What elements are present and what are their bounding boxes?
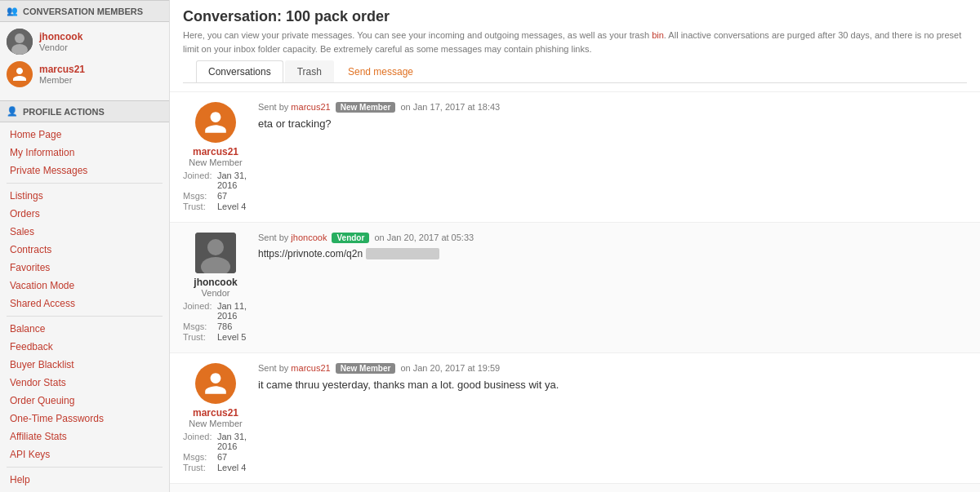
message-block: marcus21 New Member Joined:Jan 31, 2016 …: [170, 353, 980, 484]
sender-name[interactable]: marcus21: [291, 102, 330, 112]
member-item: marcus21 Member: [7, 61, 163, 87]
message-content: Sent by marcus21 New Member on Jan 17, 2…: [258, 102, 967, 212]
member-list: jhoncook Vendor marcus21 Member: [0, 22, 169, 100]
nav-shared-access[interactable]: Shared Access: [0, 295, 169, 312]
nav-favorites[interactable]: Favorites: [0, 259, 169, 277]
member-role: Vendor: [39, 42, 82, 52]
nav-contracts[interactable]: Contracts: [0, 241, 169, 259]
member-info: jhoncook Vendor: [39, 31, 82, 52]
conversation-members-header: 👥 CONVERSATION MEMBERS: [0, 0, 169, 22]
nav-affiliate-stats[interactable]: Affiliate Stats: [0, 428, 169, 445]
message-meta: Sent by marcus21 New Member on Jan 17, 2…: [258, 102, 967, 113]
profile-actions-header: 👤 PROFILE ACTIONS: [0, 100, 169, 122]
nav-home-page[interactable]: Home Page: [0, 126, 169, 144]
status-badge: New Member: [336, 363, 396, 374]
nav-api-keys[interactable]: API Keys: [0, 445, 169, 463]
message-text: https://privnote.com/q2n: [258, 248, 967, 259]
message-meta: Sent by jhoncook Vendor on Jan 20, 2017 …: [258, 233, 967, 243]
nav-balance[interactable]: Balance: [0, 320, 169, 338]
nav-private-messages[interactable]: Private Messages: [0, 162, 169, 180]
nav-one-time-passwords[interactable]: One-Time Passwords: [0, 410, 169, 428]
msg-user-details: Joined:Jan 31, 2016 Msgs:67 Trust:Level …: [183, 432, 248, 472]
messages-area: marcus21 New Member Joined:Jan 31, 2016 …: [170, 92, 980, 492]
message-meta: Sent by marcus21 New Member on Jan 20, 2…: [258, 363, 967, 374]
member-name[interactable]: jhoncook: [39, 31, 82, 42]
page-title: Conversation: 100 pack order: [183, 8, 967, 25]
main-header: Conversation: 100 pack order Here, you c…: [170, 0, 980, 92]
tabs: Conversations Trash Send message: [183, 60, 967, 83]
msg-user-details: Joined:Jan 31, 2016 Msgs:67 Trust:Level …: [183, 171, 248, 211]
status-badge: Vendor: [332, 233, 369, 243]
nav-listings[interactable]: Listings: [0, 187, 169, 205]
main-content: Conversation: 100 pack order Here, you c…: [170, 0, 980, 492]
nav-feedback[interactable]: Feedback: [0, 338, 169, 356]
sidebar: 👥 CONVERSATION MEMBERS jhoncook Vendor: [0, 0, 170, 492]
message-content: Sent by marcus21 New Member on Jan 20, 2…: [258, 363, 967, 473]
nav-vacation-mode[interactable]: Vacation Mode: [0, 277, 169, 295]
nav-orders[interactable]: Orders: [0, 205, 169, 223]
members-icon: 👥: [7, 6, 18, 16]
msg-user-role: New Member: [183, 419, 248, 428]
privnote-opened-block: i have opened and destroyed this note th…: [170, 484, 980, 492]
msg-username[interactable]: marcus21: [183, 407, 248, 419]
svg-point-1: [15, 33, 24, 43]
message-avatar: jhoncook Vendor Joined:Jan 11, 2016 Msgs…: [183, 233, 248, 343]
tab-trash[interactable]: Trash: [285, 60, 334, 82]
member-role: Member: [39, 75, 85, 85]
privnote-link: https://privnote.com/q2n: [258, 248, 967, 259]
nav-help[interactable]: Help: [0, 471, 169, 489]
profile-icon: 👤: [7, 106, 18, 117]
tab-conversations[interactable]: Conversations: [196, 60, 283, 82]
nav-buyer-blacklist[interactable]: Buyer Blacklist: [0, 356, 169, 374]
member-item: jhoncook Vendor: [7, 29, 163, 55]
nav-my-information[interactable]: My Information: [0, 144, 169, 162]
nav-vendor-stats[interactable]: Vendor Stats: [0, 374, 169, 392]
message-content: Sent by jhoncook Vendor on Jan 20, 2017 …: [258, 233, 967, 343]
msg-username[interactable]: jhoncook: [183, 277, 248, 288]
message-block: jhoncook Vendor Joined:Jan 11, 2016 Msgs…: [170, 223, 980, 353]
status-badge: New Member: [336, 102, 396, 113]
message-text: eta or tracking?: [258, 117, 967, 130]
message-block: marcus21 New Member Joined:Jan 31, 2016 …: [170, 92, 980, 223]
message-avatar: marcus21 New Member Joined:Jan 31, 2016 …: [183, 363, 248, 473]
info-text: Here, you can view your private messages…: [183, 29, 967, 55]
msg-user-details: Joined:Jan 11, 2016 Msgs:786 Trust:Level…: [183, 301, 248, 342]
message-avatar: marcus21 New Member Joined:Jan 31, 2016 …: [183, 102, 248, 212]
msg-user-role: New Member: [183, 157, 248, 167]
tab-send-message[interactable]: Send message: [336, 60, 425, 82]
member-info: marcus21 Member: [39, 64, 85, 85]
msg-username[interactable]: marcus21: [183, 146, 248, 157]
sender-name[interactable]: marcus21: [291, 363, 330, 373]
sidebar-nav: Home Page My Information Private Message…: [0, 122, 169, 492]
svg-point-4: [207, 239, 224, 255]
nav-order-queuing[interactable]: Order Queuing: [0, 392, 169, 410]
message-text: it came thruu yesterday, thanks man a lo…: [258, 379, 967, 391]
bin-link[interactable]: bin: [652, 30, 664, 40]
sender-name[interactable]: jhoncook: [291, 233, 327, 242]
msg-user-role: Vendor: [183, 288, 248, 298]
nav-sales[interactable]: Sales: [0, 223, 169, 241]
member-name[interactable]: marcus21: [39, 64, 85, 75]
